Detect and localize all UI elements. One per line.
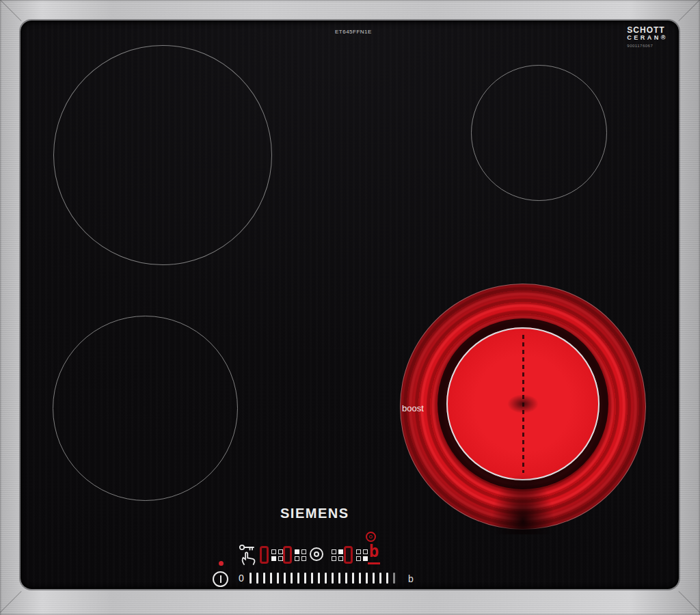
glass-serial-number: 9001176067 xyxy=(627,44,668,48)
dual-zone-icon[interactable] xyxy=(310,547,323,561)
zone-front-right-glowing: boost xyxy=(400,284,646,530)
zone-rear-left xyxy=(53,45,272,265)
slider-tick[interactable] xyxy=(250,573,252,584)
boost-label: boost xyxy=(402,403,424,413)
slider-tick[interactable] xyxy=(386,573,388,584)
slider-tick[interactable] xyxy=(393,573,395,584)
slider-tick[interactable] xyxy=(352,573,354,584)
power-slider-zero-label[interactable]: 0 xyxy=(239,573,244,584)
power-button[interactable] xyxy=(213,571,228,587)
display-rear-left xyxy=(283,546,292,564)
zone-square xyxy=(271,556,276,561)
power-slider-ticks[interactable] xyxy=(250,572,395,584)
slider-tick[interactable] xyxy=(332,573,334,584)
zone-square xyxy=(271,549,276,554)
zone-front-left xyxy=(53,316,238,501)
slider-tick[interactable] xyxy=(359,573,361,584)
childlock-key-hand-icon[interactable] xyxy=(239,543,258,566)
zone-square xyxy=(356,549,361,554)
siemens-logo: SIEMENS xyxy=(280,506,349,521)
slider-tick[interactable] xyxy=(325,573,327,584)
slider-tick[interactable] xyxy=(270,573,272,584)
display-front-left xyxy=(260,546,269,564)
zone-square xyxy=(332,556,336,561)
zone-square xyxy=(278,549,283,554)
slider-tick[interactable] xyxy=(256,573,258,584)
schott-logo-line2: CERAN® xyxy=(627,35,668,41)
power-icon xyxy=(220,575,221,583)
radiant-element-connector xyxy=(489,469,557,534)
zone-square xyxy=(332,549,336,554)
residual-heat-led xyxy=(219,561,224,566)
zone-square xyxy=(295,549,299,554)
frame-chamfer xyxy=(678,591,700,614)
slider-tick[interactable] xyxy=(318,573,320,584)
slider-tick[interactable] xyxy=(263,573,265,584)
dual-zone-active-inner xyxy=(369,535,373,538)
zone-select-rear-left[interactable] xyxy=(295,549,306,561)
zone-square xyxy=(295,556,299,561)
schott-ceran-logo: SCHOTT CERAN® 9001176067 xyxy=(627,26,668,48)
slider-tick[interactable] xyxy=(345,573,347,584)
slider-tick[interactable] xyxy=(379,573,381,584)
slider-tick[interactable] xyxy=(304,573,306,584)
zone-square xyxy=(301,549,306,554)
slider-tick[interactable] xyxy=(297,573,299,584)
zone-square xyxy=(363,549,368,554)
slider-tick[interactable] xyxy=(284,573,286,584)
slider-tick[interactable] xyxy=(291,573,293,584)
zone-select-rear-right[interactable] xyxy=(332,549,343,561)
slider-tick[interactable] xyxy=(311,573,313,584)
power-slider-boost-label[interactable]: b xyxy=(408,573,414,584)
slider-tick[interactable] xyxy=(338,573,340,584)
zone-rear-right xyxy=(471,65,607,201)
zone-square xyxy=(363,556,368,561)
frame-chamfer xyxy=(0,0,22,21)
zone-square xyxy=(356,556,361,561)
zone-select-front-right[interactable] xyxy=(356,549,368,561)
zone-square xyxy=(278,556,283,561)
display-rear-right xyxy=(344,546,353,564)
model-number: ET645FFN1E xyxy=(335,29,372,35)
dual-zone-inner-ring xyxy=(314,551,319,557)
frame-chamfer xyxy=(0,591,22,614)
zone-square xyxy=(338,556,343,561)
dual-zone-active-indicator xyxy=(366,532,376,542)
slider-tick[interactable] xyxy=(373,573,375,584)
radiant-element-inner-circle xyxy=(446,327,600,480)
schott-logo-line1: SCHOTT xyxy=(627,26,668,35)
cooktop-frame: ET645FFN1E SCHOTT CERAN® 9001176067 boos… xyxy=(0,0,700,615)
frame-chamfer xyxy=(678,0,700,21)
zone-select-front-left[interactable] xyxy=(271,549,283,561)
slider-tick[interactable] xyxy=(277,573,279,584)
zone-square xyxy=(301,556,306,561)
zone-square xyxy=(338,549,343,554)
display-front-right-boost: b xyxy=(368,543,380,564)
slider-tick[interactable] xyxy=(366,573,368,584)
glass-surface: ET645FFN1E SCHOTT CERAN® 9001176067 boos… xyxy=(21,20,679,589)
